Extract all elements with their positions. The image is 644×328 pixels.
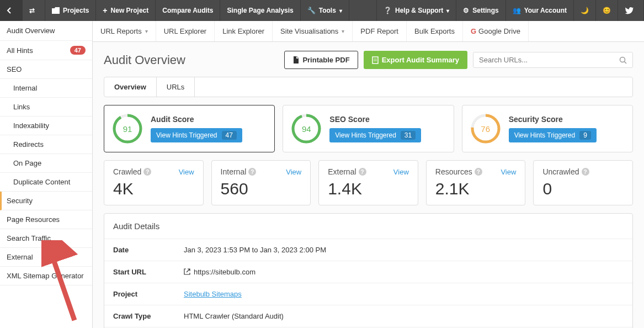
stat-label: Crawled? — [113, 167, 151, 176]
account-menu[interactable]: 👥Your Account — [506, 0, 574, 21]
score-card-seo-score: 94 SEO Score View Hints Triggered31 — [283, 105, 454, 152]
page-title: Audit Overview — [104, 53, 185, 67]
help-menu[interactable]: ❔Help & Support▾ — [377, 0, 456, 21]
view-hints-button[interactable]: View Hints Triggered47 — [151, 128, 242, 142]
sidebar-item-search-traffic[interactable]: Search Traffic — [0, 229, 92, 248]
help-icon[interactable]: ? — [143, 168, 151, 176]
single-page-analysis-button[interactable]: Single Page Analysis — [220, 0, 300, 21]
stat-label: External? — [328, 167, 366, 176]
svg-point-3 — [620, 57, 625, 62]
start-url-link[interactable]: https://sitebulb.com — [194, 268, 256, 276]
help-icon[interactable]: ? — [248, 168, 256, 176]
stat-label: Uncrawled? — [542, 167, 589, 176]
overview-tabs: Overview URLs — [104, 77, 633, 97]
sidebar-header: Audit Overview — [0, 21, 92, 41]
stat-card-internal: Internal? View 560 — [211, 160, 311, 205]
stat-value: 1.4K — [328, 179, 409, 198]
export-audit-summary-button[interactable]: Export Audit Summary — [364, 51, 467, 69]
swap-button[interactable]: ⇄ — [23, 0, 45, 21]
tab-url-explorer[interactable]: URL Explorer — [156, 21, 215, 41]
tab-pdf-report[interactable]: PDF Report — [353, 21, 407, 41]
sidebar-item-all-hints[interactable]: All Hints47 — [0, 41, 92, 60]
settings-button[interactable]: ⚙Settings — [456, 0, 505, 21]
help-icon[interactable]: ? — [475, 168, 482, 176]
svg-rect-0 — [372, 57, 378, 64]
top-navigation: ⇄ Projects +New Project Compare Audits S… — [0, 0, 644, 21]
tab-urls[interactable]: URLs — [157, 77, 195, 97]
projects-menu[interactable]: Projects — [45, 0, 96, 21]
hint-count-badge: 47 — [70, 46, 86, 55]
report-tabs: URL Reports▾ URL Explorer Link Explorer … — [93, 21, 644, 42]
sidebar-item-seo[interactable]: SEO — [0, 60, 92, 79]
help-icon[interactable]: ? — [582, 168, 589, 176]
sidebar-item-external[interactable]: External — [0, 248, 92, 267]
tab-google-drive[interactable]: GGoogle Drive — [463, 21, 529, 41]
sidebar-item-on-page[interactable]: On Page — [0, 154, 92, 173]
view-hints-button[interactable]: View Hints Triggered31 — [329, 128, 421, 142]
tab-overview[interactable]: Overview — [104, 77, 157, 97]
score-ring: 91 — [112, 113, 143, 144]
stat-label: Internal? — [221, 167, 257, 176]
search-input[interactable] — [479, 56, 619, 64]
main-content: URL Reports▾ URL Explorer Link Explorer … — [93, 21, 644, 328]
stat-label: Resources? — [435, 167, 482, 176]
score-card-audit-score: 91 Audit Score View Hints Triggered47 — [104, 105, 275, 152]
help-icon[interactable]: ? — [359, 168, 366, 176]
stat-value: 2.1K — [435, 179, 517, 198]
audit-details-header: Audit Details — [104, 214, 632, 239]
printable-pdf-button[interactable]: Printable PDF — [284, 51, 358, 69]
sidebar-item-duplicate-content[interactable]: Duplicate Content — [0, 173, 92, 192]
new-project-button[interactable]: +New Project — [96, 0, 156, 21]
project-link[interactable]: Sitebulb Sitemaps — [184, 290, 242, 298]
stat-view-link[interactable]: View — [286, 168, 301, 176]
twitter-button[interactable] — [618, 0, 644, 21]
compare-audits-button[interactable]: Compare Audits — [156, 0, 220, 21]
stat-view-link[interactable]: View — [179, 168, 194, 176]
stat-card-crawled: Crawled? View 4K — [104, 160, 204, 205]
sidebar-item-redirects[interactable]: Redirects — [0, 135, 92, 154]
tab-bulk-exports[interactable]: Bulk Exports — [407, 21, 463, 41]
stat-card-resources: Resources? View 2.1K — [426, 160, 526, 205]
dark-mode-toggle[interactable]: 🌙 — [574, 0, 596, 21]
sidebar-item-indexability[interactable]: Indexability — [0, 117, 92, 135]
score-card-security-score: 76 Security Score View Hints Triggered9 — [462, 105, 633, 152]
tab-site-visualisations[interactable]: Site Visualisations▾ — [273, 21, 353, 41]
tab-url-reports[interactable]: URL Reports▾ — [93, 21, 156, 41]
sidebar-item-links[interactable]: Links — [0, 98, 92, 117]
stat-value: 4K — [113, 179, 194, 198]
stat-view-link[interactable]: View — [393, 168, 409, 176]
external-link-icon — [184, 268, 190, 275]
score-label: Audit Score — [151, 115, 242, 124]
stat-view-link[interactable]: View — [501, 168, 516, 176]
tab-link-explorer[interactable]: Link Explorer — [215, 21, 273, 41]
score-label: SEO Score — [329, 115, 421, 124]
emoji-button[interactable]: 😊 — [596, 0, 618, 21]
back-button[interactable] — [0, 0, 23, 21]
sidebar-item-security[interactable]: Security — [0, 192, 92, 210]
sidebar: Audit Overview All Hints47SEOInternalLin… — [0, 21, 93, 328]
search-urls-box[interactable] — [473, 52, 633, 68]
score-label: Security Score — [509, 115, 597, 124]
sidebar-item-xml-sitemap-generator[interactable]: XML Sitemap Generator — [0, 267, 92, 285]
score-ring: 94 — [291, 113, 322, 144]
stat-value: 560 — [221, 179, 302, 198]
svg-line-4 — [625, 61, 627, 64]
sidebar-item-internal[interactable]: Internal — [0, 79, 92, 98]
tools-menu[interactable]: 🔧Tools▾ — [301, 0, 349, 21]
view-hints-button[interactable]: View Hints Triggered9 — [509, 128, 597, 142]
stat-card-uncrawled: Uncrawled? 0 — [533, 160, 633, 205]
google-drive-icon: G — [471, 27, 476, 35]
audit-details: Audit Details DateJan 3, 2023 1:53 PM to… — [104, 213, 633, 328]
stat-value: 0 — [542, 179, 624, 198]
search-icon — [619, 56, 627, 64]
score-ring: 76 — [470, 113, 501, 144]
sidebar-item-page-resources[interactable]: Page Resources — [0, 210, 92, 229]
stat-card-external: External? View 1.4K — [318, 160, 418, 205]
